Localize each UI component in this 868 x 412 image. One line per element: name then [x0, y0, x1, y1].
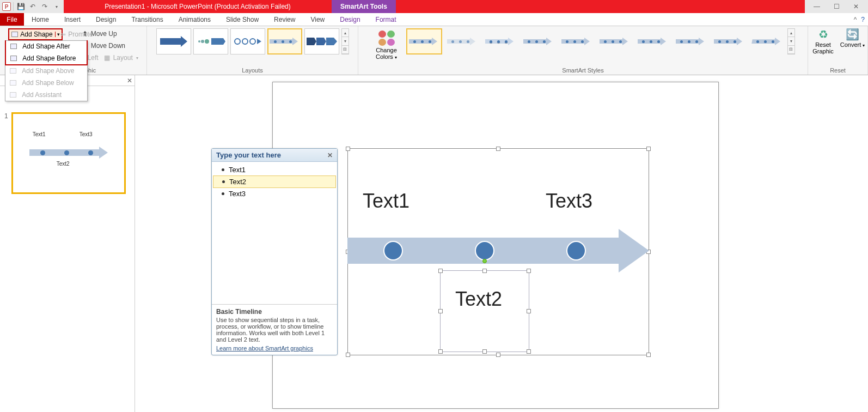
resize-handle[interactable]	[346, 147, 350, 151]
tab-transitions[interactable]: Transitions	[124, 13, 170, 26]
quick-access-toolbar: P 💾 ↶ ↷ ▾	[0, 0, 64, 13]
layout-option-1[interactable]	[156, 28, 191, 54]
smartart-label-3[interactable]: Text3	[546, 190, 592, 213]
change-colors-button[interactable]: Change Colors ▾	[371, 28, 402, 60]
text-pane-body[interactable]: Text1 Text2 Text3	[212, 162, 337, 304]
resize-handle[interactable]	[438, 349, 443, 354]
redo-icon[interactable]: ↷	[40, 2, 50, 11]
menu-label: Add Shape Below	[22, 79, 74, 87]
tab-smartart-format[interactable]: Format	[368, 13, 404, 26]
smartart-label-2[interactable]: Text2	[455, 288, 502, 311]
tab-slideshow[interactable]: Slide Show	[218, 13, 266, 26]
text-pane-item-3[interactable]: Text3	[213, 188, 336, 199]
rotate-handle[interactable]	[482, 259, 487, 263]
group-create-graphic: Add Shape ▾ ⇐Promote Add Shape After	[0, 26, 147, 75]
promote-label: Promote	[68, 31, 93, 38]
qat-customize-icon[interactable]: ▾	[52, 2, 62, 11]
text-pane-learn-more-link[interactable]: Learn more about SmartArt graphics	[216, 345, 313, 352]
panel-close-icon[interactable]: ✕	[127, 77, 132, 84]
move-down-button[interactable]: ⬇Move Down	[82, 40, 138, 51]
help-icon[interactable]: ?	[861, 16, 865, 23]
minimize-icon[interactable]: —	[807, 0, 827, 13]
style-option-4[interactable]	[521, 28, 557, 54]
group-smartart-styles: Change Colors ▾ ▴ ▾ ⊟ SmartArt S	[358, 26, 808, 75]
close-icon[interactable]: ✕	[846, 0, 866, 13]
smartart-node-1[interactable]	[383, 241, 403, 260]
gallery-more-icon[interactable]: ⊟	[788, 46, 794, 54]
layout-option-3[interactable]	[230, 28, 265, 54]
convert-label: Convert	[840, 41, 861, 48]
tab-review[interactable]: Review	[266, 13, 303, 26]
text-pane-close-icon[interactable]: ✕	[327, 152, 333, 159]
convert-button[interactable]: 🔄 Convert ▾	[839, 28, 866, 49]
layout-option-5[interactable]	[304, 28, 339, 54]
text-pane-item-1[interactable]: Text1	[213, 164, 336, 175]
tab-design[interactable]: Design	[88, 13, 124, 26]
layout-option-4-selected[interactable]	[267, 28, 302, 54]
styles-gallery: ▴ ▾ ⊟	[406, 28, 795, 54]
gallery-up-icon[interactable]: ▴	[788, 29, 794, 37]
tab-animations[interactable]: Animations	[171, 13, 218, 26]
maximize-icon[interactable]: ☐	[827, 0, 846, 13]
smartart-node-2[interactable]	[475, 241, 494, 260]
gallery-up-icon[interactable]: ▴	[342, 29, 349, 37]
bullet-icon	[222, 192, 224, 195]
smartart-node-3[interactable]	[566, 241, 586, 260]
group-label-styles: SmartArt Styles	[562, 66, 603, 75]
menu-add-shape-after[interactable]: Add Shape After	[6, 40, 87, 52]
resize-handle[interactable]	[438, 309, 443, 313]
thumb-text2: Text2	[57, 161, 70, 167]
resize-handle[interactable]	[646, 353, 651, 357]
resize-handle[interactable]	[527, 269, 531, 273]
layouts-gallery: ▴ ▾ ⊟	[156, 28, 349, 54]
tab-insert[interactable]: Insert	[57, 13, 88, 26]
undo-icon[interactable]: ↶	[28, 2, 38, 11]
resize-handle[interactable]	[482, 269, 487, 273]
svg-point-7	[250, 39, 255, 44]
add-after-icon	[9, 42, 18, 51]
resize-handle[interactable]	[527, 349, 531, 354]
style-option-8[interactable]	[673, 28, 709, 54]
resize-handle[interactable]	[527, 309, 531, 313]
svg-point-5	[235, 39, 240, 44]
smartart-label-2-selection[interactable]	[440, 270, 529, 352]
style-option-10[interactable]	[749, 28, 785, 54]
smartart-label-1[interactable]: Text1	[363, 190, 409, 213]
slide-thumbnail-1[interactable]: Text1 Text3 Text2	[11, 112, 126, 194]
style-option-2[interactable]	[444, 28, 480, 54]
text-pane-footer: Basic Timeline Use to show sequential st…	[212, 304, 337, 355]
gallery-down-icon[interactable]: ▾	[342, 37, 349, 45]
resize-handle[interactable]	[346, 353, 350, 357]
window-controls: — ☐ ✕	[805, 0, 868, 13]
style-option-9[interactable]	[711, 28, 747, 54]
resize-handle[interactable]	[482, 349, 487, 354]
thumb-arrow-icon	[29, 147, 111, 159]
slide-number: 1	[4, 112, 8, 194]
tab-view[interactable]: View	[303, 13, 332, 26]
save-icon[interactable]: 💾	[16, 2, 26, 11]
resize-handle[interactable]	[496, 147, 500, 151]
resize-handle[interactable]	[438, 269, 443, 273]
promote-button[interactable]: ⇐Promote	[60, 28, 93, 40]
move-up-label: Move Up	[91, 30, 117, 38]
add-shape-split-button[interactable]: Add Shape ▾	[8, 28, 62, 40]
layout-option-2[interactable]	[193, 28, 228, 54]
style-option-1-selected[interactable]	[406, 28, 442, 54]
tab-home[interactable]: Home	[24, 13, 57, 26]
slide-canvas[interactable]: Type your text here ✕ Text1 Text2 Text3 …	[135, 75, 868, 412]
style-option-3[interactable]	[482, 28, 518, 54]
style-option-5[interactable]	[559, 28, 595, 54]
gallery-more-icon[interactable]: ⊟	[342, 46, 349, 54]
tab-file[interactable]: File	[0, 13, 24, 26]
tab-smartart-design[interactable]: Design	[332, 13, 368, 26]
style-option-7[interactable]	[635, 28, 671, 54]
styles-scroll: ▴ ▾ ⊟	[787, 28, 795, 54]
resize-handle[interactable]	[646, 147, 651, 151]
gallery-down-icon[interactable]: ▾	[788, 37, 794, 45]
minimize-ribbon-icon[interactable]: ^	[854, 16, 857, 23]
text-pane-item-2-selected[interactable]: Text2	[213, 175, 336, 188]
style-option-6[interactable]	[597, 28, 633, 54]
reset-graphic-button[interactable]: ♻ Reset Graphic	[810, 28, 837, 54]
menu-add-shape-before[interactable]: Add Shape Before	[6, 52, 87, 64]
resize-handle[interactable]	[496, 353, 500, 357]
